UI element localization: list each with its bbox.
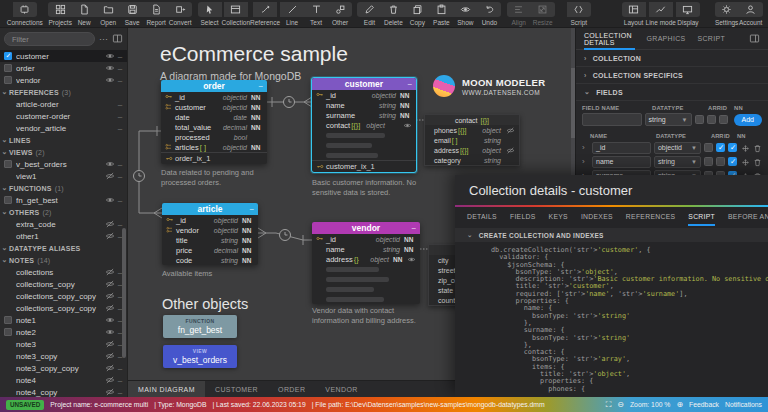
sidebar-item-note4_copy[interactable]: note4_copy–	[0, 386, 127, 397]
new-field-name-input[interactable]	[582, 113, 642, 126]
diagram-table-article[interactable]: article–_idobjectidNNvendorobjectidNNtit…	[162, 203, 258, 265]
script-code[interactable]: db.createCollection('str'>'customer', { …	[455, 242, 768, 397]
eye-icon[interactable]	[104, 327, 116, 337]
section-collection-specifics[interactable]: ›COLLECTION SPECIFICS	[576, 67, 768, 84]
eye-off-icon[interactable]	[505, 146, 516, 155]
diagram-tab-vendor[interactable]: VENDOR	[315, 381, 367, 397]
modal-tab-before-and-after-scripts[interactable]: BEFORE AND AFTER SCRIPTS	[728, 207, 768, 226]
id-checkbox[interactable]	[716, 157, 725, 166]
field-row[interactable]: address[{}]object	[425, 145, 519, 155]
toolbar-line-button[interactable]: Line	[280, 2, 304, 26]
modal-tab-script[interactable]: SCRIPT	[688, 207, 715, 226]
sidebar-item-article-order[interactable]: article-order–	[0, 98, 127, 110]
toolbar-new-button[interactable]: New	[72, 2, 96, 26]
field-row[interactable]: namestringNN	[312, 244, 420, 254]
sidebar-section-functions[interactable]: ⌄FUNCTIONS(1)	[0, 182, 127, 194]
index-row[interactable]: customer_ix_1	[312, 160, 416, 172]
diagram-table-vendor[interactable]: vendor–_idobjectidNNnamestringNNaddress{…	[312, 222, 420, 304]
eye-off-icon[interactable]	[104, 171, 116, 181]
index-row[interactable]: order_ix_1	[161, 152, 267, 164]
eye-icon[interactable]	[104, 159, 116, 169]
nn-checkbox[interactable]	[728, 143, 737, 152]
zoom-fit-icon[interactable]: ⛶	[606, 400, 612, 410]
toolbar-line-mode-button[interactable]: Line mode	[646, 2, 676, 26]
diagram-tab-order[interactable]: ORDER	[268, 381, 315, 397]
toolbar-connections-button[interactable]: Connections	[7, 2, 43, 26]
eye-icon[interactable]	[104, 75, 116, 85]
eye-icon[interactable]	[406, 255, 417, 264]
visibility-checkbox[interactable]	[4, 316, 12, 324]
modal-tab-details[interactable]: DETAILS	[467, 207, 497, 226]
section-collection[interactable]: ›COLLECTION	[576, 50, 768, 67]
field-name-cell[interactable]: name	[592, 156, 651, 168]
toolbar-reference-button[interactable]: Reference	[250, 2, 280, 26]
diagram-tab-customer[interactable]: CUSTOMER	[205, 381, 268, 397]
sidebar-item-note4[interactable]: note4–	[0, 374, 127, 386]
sidebar-section-references[interactable]: ⌄REFERENCES(3)	[0, 86, 127, 98]
toolbar-projects-button[interactable]: Projects	[48, 2, 72, 26]
panel-tab-graphics[interactable]: GRAPHICS	[647, 28, 686, 50]
sidebar-item-vendor_article[interactable]: vendor_article–	[0, 122, 127, 134]
toolbar-script-button[interactable]: Script	[567, 2, 591, 26]
eye-off-icon[interactable]	[104, 339, 116, 349]
sidebar-item-collections[interactable]: collections–	[0, 266, 127, 278]
zoom-in-icon[interactable]: ⊕	[676, 400, 683, 409]
panel-split-icon[interactable]	[112, 33, 123, 46]
section-fields[interactable]: ⌄FIELDS	[576, 84, 768, 101]
field-row[interactable]: processedbool	[161, 132, 267, 142]
modal-tab-references[interactable]: REFERENCES	[626, 207, 675, 226]
field-datatype-select[interactable]: objectid▼	[654, 142, 701, 154]
add-field-button[interactable]: Add	[734, 114, 762, 126]
expand-chevron-icon[interactable]: ›	[582, 157, 589, 166]
visibility-checkbox[interactable]	[4, 196, 12, 204]
sidebar-item-collections_copy_copy[interactable]: collections_copy_copy–	[0, 290, 127, 302]
toolbar-open-button[interactable]: Open	[96, 2, 120, 26]
sidebar-item-note1[interactable]: note1–	[0, 314, 127, 326]
field-row[interactable]: _idobjectidNN	[162, 215, 258, 225]
eye-off-icon[interactable]	[104, 351, 116, 361]
field-row[interactable]: surnamestringNN	[312, 110, 416, 120]
visibility-checkbox[interactable]	[4, 76, 12, 84]
toolbar-select-button[interactable]: Select	[198, 2, 222, 26]
sidebar-item-collections_copy_copy[interactable]: collections_copy_copy–	[0, 302, 127, 314]
field-row[interactable]: codestringNN	[162, 255, 258, 265]
eye-off-icon[interactable]	[505, 126, 516, 135]
field-row[interactable]: customerobjectidNN	[161, 102, 267, 112]
new-field-datatype-select[interactable]: string▼	[645, 113, 692, 126]
object-box-v_best_orders[interactable]: VIEWv_best_orders	[163, 345, 237, 368]
field-row[interactable]: _idobjectidNN	[312, 234, 420, 244]
field-row[interactable]: address{}objectNN	[312, 254, 420, 264]
eye-off-icon[interactable]	[104, 387, 116, 397]
eye-icon[interactable]	[104, 63, 116, 73]
toolbar-collection-button[interactable]: Collection	[222, 2, 251, 26]
feedback-link[interactable]: Feedback	[689, 401, 719, 408]
modal-tab-keys[interactable]: KEYS	[549, 207, 568, 226]
collapse-icon[interactable]: –	[412, 222, 416, 234]
field-row[interactable]: articles[ ]objectidNN	[161, 142, 267, 152]
eye-icon[interactable]	[104, 195, 116, 205]
diagram-table-customer[interactable]: customer–_idobjectidNNnamestringNNsurnam…	[312, 78, 416, 172]
eye-off-icon[interactable]	[104, 267, 116, 277]
toolbar-edit-button[interactable]: Edit	[357, 2, 381, 26]
sidebar-section-notes[interactable]: ⌄NOTES(14)	[0, 254, 127, 266]
toolbar-copy-button[interactable]: Copy	[405, 2, 429, 26]
sidebar-section-lines[interactable]: ⌄LINES	[0, 134, 127, 146]
sidebar-item-v_best_orders[interactable]: v_best_orders–	[0, 158, 127, 170]
toolbar-resize-button[interactable]: Resize	[531, 2, 555, 26]
visibility-checkbox[interactable]	[4, 328, 12, 336]
object-box-fn_get_best[interactable]: FUNCTIONfn_get_best	[163, 315, 237, 338]
eye-off-icon[interactable]	[104, 375, 116, 385]
sidebar-section-others[interactable]: ⌄OTHERS(2)	[0, 206, 127, 218]
sidebar-item-fn_get_best[interactable]: fn_get_best–	[0, 194, 127, 206]
field-row[interactable]: email[ ]string	[425, 135, 519, 145]
sidebar-item-customer[interactable]: customer–	[0, 50, 127, 62]
field-row[interactable]: total_valuedecimalNN	[161, 122, 267, 132]
field-datatype-select[interactable]: string▼	[654, 156, 701, 168]
toolbar-align-button[interactable]: Align	[507, 2, 531, 26]
collapse-icon[interactable]: –	[408, 78, 412, 90]
field-row[interactable]: titlestringNN	[162, 235, 258, 245]
eye-off-icon[interactable]	[104, 291, 116, 301]
new-field-nn-checkbox[interactable]	[719, 115, 728, 124]
id-checkbox[interactable]	[716, 143, 725, 152]
diagram-tab-main-diagram[interactable]: MAIN DIAGRAM	[128, 381, 205, 397]
